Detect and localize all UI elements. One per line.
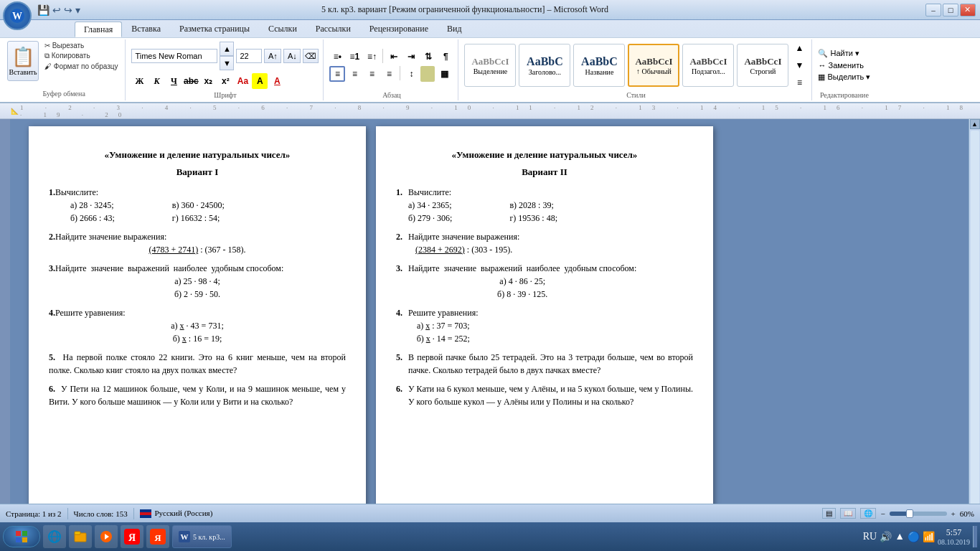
yandex2-icon[interactable]: Я xyxy=(146,525,169,548)
justify-button[interactable]: ≡ xyxy=(381,66,397,82)
web-view-button[interactable]: 🌐 xyxy=(860,508,876,519)
wifi-icon[interactable]: 📶 xyxy=(923,531,935,543)
bold-button[interactable]: Ж xyxy=(131,73,147,89)
zoom-slider[interactable] xyxy=(890,512,947,516)
tab-mailings[interactable]: Рассылки xyxy=(306,20,360,37)
font-size-down[interactable]: ▼ xyxy=(220,56,234,70)
close-button[interactable]: ✕ xyxy=(960,4,976,17)
borders-button[interactable]: ▦ xyxy=(436,66,452,82)
task2-v2: 2. Найдите значение выражения: (2384 + 2… xyxy=(396,230,693,256)
style-selection[interactable]: AaBbCcI Выделение xyxy=(464,44,516,87)
paste-icon: 📋 xyxy=(11,46,34,68)
bluetooth-icon[interactable]: 🔵 xyxy=(908,531,920,543)
normal-view-button[interactable]: ▤ xyxy=(822,508,836,519)
style-strict[interactable]: AaBbCcI Строгий xyxy=(737,44,788,87)
word-taskbar-button[interactable]: W 5 кл. кр3... xyxy=(172,525,232,548)
start-button[interactable] xyxy=(3,526,40,547)
ie-icon[interactable] xyxy=(43,525,66,548)
style-title[interactable]: AaBbC Название xyxy=(573,44,625,87)
tab-refs[interactable]: Ссылки xyxy=(259,20,306,37)
network-icon[interactable]: ▲ xyxy=(895,531,905,542)
office-button[interactable]: W xyxy=(3,1,32,30)
page1-title: «Умножение и деление натуральных чисел» xyxy=(49,148,346,162)
superscript-button[interactable]: x² xyxy=(217,73,233,89)
volume-icon[interactable]: 🔊 xyxy=(880,531,892,543)
line-spacing-button[interactable]: ↕ xyxy=(403,66,419,82)
zoom-plus[interactable]: + xyxy=(951,509,956,518)
tab-layout[interactable]: Разметка страницы xyxy=(170,20,259,37)
qat-more[interactable]: ▾ xyxy=(75,4,80,17)
strikethrough-button[interactable]: abc xyxy=(183,73,199,89)
find-button[interactable]: 🔍 Найти ▾ xyxy=(818,49,859,58)
scrollbar-up[interactable]: ▲ xyxy=(970,119,980,129)
style-heading[interactable]: AaBbC Заголово... xyxy=(519,44,570,87)
minimize-button[interactable]: – xyxy=(925,4,941,17)
highlight-button[interactable]: А xyxy=(252,73,268,89)
tab-insert[interactable]: Вставка xyxy=(122,20,170,37)
task3-v1: 3.Найдите значение выражений наиболее уд… xyxy=(49,262,346,301)
copy-button[interactable]: ⧉ Копировать xyxy=(42,51,121,61)
ruler: 📐 1 · 2 · 3 · 4 · 5 · 6 · 7 · 8 · 9 · 10… xyxy=(0,103,980,119)
style-normal[interactable]: AaBbCcI ↑ Обычный xyxy=(628,44,679,87)
cut-button[interactable]: ✂ Вырезать xyxy=(42,41,121,50)
media-icon[interactable] xyxy=(95,525,118,548)
show-desktop-button[interactable] xyxy=(973,526,977,547)
font-grow-button[interactable]: A↑ xyxy=(264,49,281,63)
multilevel-button[interactable]: ≡↑ xyxy=(364,49,380,65)
tab-review[interactable]: Рецензирование xyxy=(360,20,438,37)
italic-button[interactable]: К xyxy=(149,73,164,89)
replace-button[interactable]: ↔ Заменить xyxy=(818,61,864,70)
font-size-input[interactable] xyxy=(236,49,262,63)
align-left-button[interactable]: ≡ xyxy=(329,66,345,82)
word-icon: W xyxy=(179,531,190,542)
paragraph-group: ≡• ≡1 ≡↑ ⇤ ⇥ ⇅ ¶ ≡ ≡ ≡ ≡ ↕ ▦ xyxy=(325,39,458,100)
text-color-button[interactable]: А xyxy=(269,73,285,89)
qat-redo[interactable]: ↪ xyxy=(64,4,72,17)
font-shrink-button[interactable]: A↓ xyxy=(283,49,301,63)
bullets-button[interactable]: ≡• xyxy=(329,49,345,65)
sort-button[interactable]: ⇅ xyxy=(420,49,436,65)
ru-lang-tray[interactable]: RU xyxy=(863,531,877,542)
decrease-indent-button[interactable]: ⇤ xyxy=(386,49,402,65)
increase-indent-button[interactable]: ⇥ xyxy=(403,49,419,65)
title-bar: W 5 кл. кр3. вариант [Режим ограниченной… xyxy=(0,0,980,20)
shading-button[interactable] xyxy=(420,66,435,82)
zoom-minus[interactable]: − xyxy=(880,509,885,518)
document-page-1[interactable]: «Умножение и деление натуральных чисел» … xyxy=(29,126,366,534)
styles-scroll-up[interactable]: ▲ xyxy=(791,40,807,56)
style-subtitle[interactable]: AaBbCcI Подзагол... xyxy=(682,44,734,87)
reading-view-button[interactable]: 📖 xyxy=(840,508,856,519)
scrollbar-thumb[interactable] xyxy=(971,131,979,522)
tab-home[interactable]: Главная xyxy=(75,22,122,37)
font-size-up[interactable]: ▲ xyxy=(220,42,234,56)
align-center-button[interactable]: ≡ xyxy=(347,66,362,82)
format-painter-button[interactable]: 🖌 Формат по образцу xyxy=(42,62,121,71)
paste-button[interactable]: 📋 Вставить xyxy=(7,41,39,81)
yandex-icon[interactable]: Я xyxy=(121,525,143,548)
select-button[interactable]: ▦ Выделить ▾ xyxy=(818,72,870,82)
taskbar: Я Я W 5 кл. кр3... RU 🔊 ▲ 🔵 📶 5:57 08.10… xyxy=(0,522,980,551)
subscript-button[interactable]: x₂ xyxy=(200,73,216,89)
styles-scroll-down[interactable]: ▼ xyxy=(791,57,807,73)
tab-view[interactable]: Вид xyxy=(438,20,471,37)
align-right-button[interactable]: ≡ xyxy=(364,66,380,82)
zoom-thumb[interactable] xyxy=(906,509,913,518)
show-formatting-button[interactable]: ¶ xyxy=(438,49,453,65)
underline-button[interactable]: Ч xyxy=(166,73,182,89)
vertical-scrollbar[interactable]: ▲ ▼ xyxy=(969,119,980,534)
numbering-button[interactable]: ≡1 xyxy=(347,49,362,65)
clear-format-button[interactable]: ⌫ xyxy=(303,49,319,63)
clock[interactable]: 5:57 08.10.2019 xyxy=(938,527,970,546)
qat-undo[interactable]: ↩ xyxy=(52,4,61,17)
ribbon-content: 📋 Вставить ✂ Вырезать ⧉ Копировать 🖌 Фор… xyxy=(0,37,980,102)
font-name-input[interactable] xyxy=(131,49,217,63)
svg-rect-6 xyxy=(22,531,27,536)
task4-v1: 4.Решите уравнения: а) x · 43 = 731;б) x… xyxy=(49,306,346,345)
svg-rect-7 xyxy=(16,537,21,542)
font-color-button[interactable]: Аа xyxy=(235,73,250,89)
explorer-icon[interactable] xyxy=(69,525,92,548)
styles-more[interactable]: ≡ xyxy=(791,75,807,90)
qat-save[interactable]: 💾 xyxy=(37,4,50,17)
maximize-button[interactable]: □ xyxy=(943,4,958,17)
document-page-2[interactable]: «Умножение и деление натуральных чисел» … xyxy=(376,126,713,534)
